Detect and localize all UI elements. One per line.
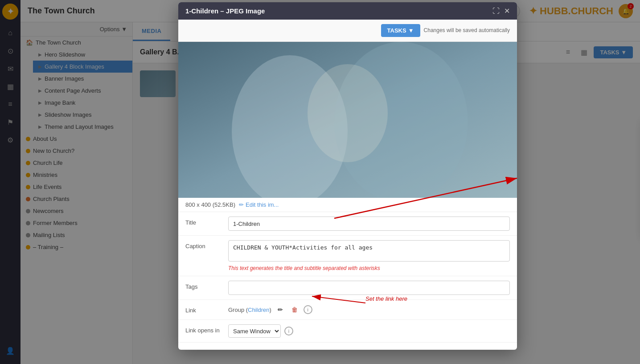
link-opens-info-icon[interactable]: i — [284, 327, 293, 335]
modal-toolbar: TASKS ▼ Changes will be saved automatica… — [178, 20, 517, 42]
tags-label: Tags — [185, 281, 221, 290]
link-opens-label: Link opens in — [185, 324, 221, 334]
tasks-dropdown-button[interactable]: TASKS ▼ — [381, 24, 420, 37]
image-dimensions: 800 x 400 (52.5KB) — [185, 201, 235, 208]
modal-header: 1-Children – JPEG Image ⛶ ✕ — [178, 2, 517, 20]
edit-image-link[interactable]: ✏ Edit this im... — [239, 201, 279, 208]
image-meta-row: 800 x 400 (52.5KB) ✏ Edit this im... — [178, 198, 517, 212]
expand-icon[interactable]: ⛶ — [492, 7, 500, 15]
caption-field-group: This text generates the title and subtit… — [228, 240, 510, 271]
tags-row: Tags — [178, 276, 517, 300]
photo-svg — [178, 42, 517, 198]
caption-textarea[interactable] — [228, 240, 510, 262]
link-group-text: Group (Children) — [228, 307, 271, 313]
tags-input[interactable] — [228, 281, 510, 295]
link-opens-row: Link opens in Same Window New Window i — [178, 320, 517, 343]
link-row: Link Group (Children) ✏ 🗑 i — [178, 300, 517, 320]
close-icon[interactable]: ✕ — [504, 7, 510, 15]
caption-hint: This text generates the title and subtit… — [228, 265, 510, 271]
auto-save-label: Changes will be saved automatically — [424, 27, 510, 34]
modal-header-actions: ⛶ ✕ — [492, 7, 510, 15]
link-group-name: Children — [248, 307, 269, 313]
modal-form: Title Caption This text generates the ti… — [178, 212, 517, 350]
caption-row: Caption This text generates the title an… — [178, 236, 517, 276]
title-input[interactable] — [228, 217, 510, 231]
title-label: Title — [185, 217, 221, 226]
image-edit-modal: 1-Children – JPEG Image ⛶ ✕ TASKS ▼ Chan… — [178, 2, 517, 350]
link-row-content: Group (Children) ✏ 🗑 i — [228, 304, 312, 315]
title-row: Title — [178, 212, 517, 236]
link-opens-group: Same Window New Window i — [228, 324, 293, 338]
image-preview-area — [178, 42, 517, 198]
edit-link-button[interactable]: ✏ — [275, 304, 286, 315]
link-info-icon[interactable]: i — [304, 305, 312, 314]
link-label: Link — [185, 304, 221, 314]
caption-label: Caption — [185, 240, 221, 249]
modal-title: 1-Children – JPEG Image — [185, 7, 265, 15]
link-opens-select[interactable]: Same Window New Window — [228, 324, 281, 338]
delete-link-button[interactable]: 🗑 — [289, 304, 300, 315]
svg-point-3 — [308, 64, 388, 162]
